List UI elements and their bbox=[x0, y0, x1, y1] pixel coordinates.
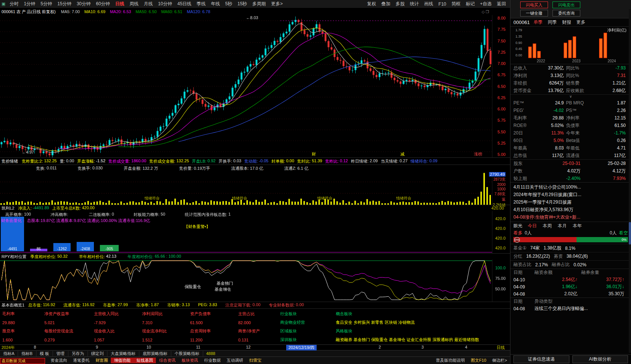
probability-chart[interactable]: 高开概率:100冲高概率:二连板概率:0封板能力概率:50统计范围内涨停板总数:… bbox=[0, 211, 492, 253]
period-menu-item[interactable]: 季线 bbox=[194, 1, 208, 7]
report-period-tab[interactable]: 单季 bbox=[533, 19, 542, 26]
toolbar-tab[interactable]: 短线基因 bbox=[133, 358, 156, 363]
fundamentals-cell: 资产负债率 bbox=[190, 311, 238, 317]
indicator-tab[interactable]: 模 板 bbox=[36, 351, 53, 356]
ratio-row: PEG'-4.02 PS™2.26 bbox=[510, 107, 631, 114]
indicator-tab[interactable]: 另存为 bbox=[68, 351, 88, 356]
period-menu-item[interactable]: 月线 bbox=[141, 1, 155, 7]
panel-title[interactable]: RPY相对位置 bbox=[2, 254, 27, 260]
holding-label: 保险重仓 bbox=[184, 284, 201, 290]
toolbar-tab[interactable]: 综合资讯 bbox=[156, 358, 178, 363]
period-menu-item[interactable]: 1分钟 bbox=[21, 1, 38, 7]
fundamentals-cell: 概念板块 bbox=[336, 311, 508, 317]
outlook-tab[interactable]: 本年 bbox=[573, 223, 582, 229]
indicator-tab[interactable]: 个股策略指标 bbox=[171, 351, 203, 356]
news-item[interactable]: 2024年年报于4月29日披露(窗口... bbox=[510, 191, 631, 198]
period-menu-item[interactable]: 日线 bbox=[113, 1, 127, 7]
chart-corner-icons[interactable]: ◇ ❐ bbox=[482, 10, 509, 14]
candlestick-canvas[interactable] bbox=[0, 15, 492, 157]
outlook-tab[interactable]: 今日 bbox=[528, 223, 537, 229]
outlook-tab[interactable]: 本周 bbox=[543, 223, 552, 229]
period-menu-item[interactable]: 15秒 bbox=[235, 1, 249, 7]
chart-tool-item[interactable]: +自选 bbox=[477, 1, 494, 7]
rpy-chart[interactable]: 保险重仓 基金独门 基金增仓 bbox=[0, 260, 492, 302]
toolbar-tab[interactable]: 增值功能 bbox=[111, 358, 133, 363]
chart-tool-item[interactable]: 返回 bbox=[494, 1, 509, 7]
stock-title: 000061 农 产 品(日线 前复权) bbox=[2, 9, 56, 15]
bear-label[interactable]: 看空 bbox=[619, 230, 628, 236]
indicator-tab[interactable]: 管理 bbox=[53, 351, 68, 356]
panel-title[interactable]: 凯利L2 bbox=[2, 205, 14, 211]
toolbar-right-item[interactable]: 图文F10 bbox=[468, 358, 489, 363]
fundamentals-cell: 现金流净利比 bbox=[142, 328, 190, 334]
period-menu-item[interactable]: 45日线 bbox=[175, 1, 194, 7]
report-period-tab[interactable]: 更多 bbox=[576, 19, 585, 26]
news-item[interactable]: 4月11日关于转让小贷公司100%... bbox=[510, 183, 631, 191]
chart-tool-item[interactable]: 多股 bbox=[393, 1, 407, 7]
price-tick: 6.00 bbox=[492, 107, 506, 111]
report-period-tab[interactable]: 财报 bbox=[562, 19, 571, 26]
chart-tool-item[interactable]: 画线 bbox=[421, 1, 436, 7]
toolbar-tab[interactable]: 财富圈 bbox=[92, 358, 111, 363]
chart-tool-item[interactable]: 复权 bbox=[364, 1, 379, 7]
chart-tool-item[interactable]: F10 bbox=[436, 2, 449, 7]
period-menu-item[interactable]: 多周期 bbox=[250, 1, 269, 7]
ratio-row: 年最高8.03 年最低4.71 bbox=[510, 144, 631, 152]
chart-tool-item[interactable]: 统计 bbox=[407, 1, 421, 7]
news-item[interactable]: 4月10日融资净买入5783.96万 bbox=[510, 206, 631, 213]
flash-sell-button[interactable]: 闪电卖出 bbox=[553, 2, 580, 8]
bear-count: 0人 bbox=[610, 230, 617, 236]
toolbar-tab[interactable]: 互动调研 bbox=[223, 358, 246, 363]
toolbar-right-item[interactable]: 侧边栏> bbox=[489, 358, 510, 363]
toolbar-right-item[interactable]: 普及版功能说明 bbox=[433, 358, 468, 363]
period-menu-item[interactable]: 周线 bbox=[127, 1, 141, 7]
period-menu-item[interactable]: 15分钟 bbox=[55, 1, 74, 7]
event-marker[interactable]: 减 bbox=[400, 151, 405, 157]
scrollbar-thumb[interactable] bbox=[629, 222, 631, 245]
cancel-all-button[interactable]: 一键全撤 bbox=[520, 10, 548, 17]
stock-info-bar: 000061 农 产 品(日线 前复权) MA5: 7.00MA10: 6.69… bbox=[0, 8, 510, 15]
toolbar-tab[interactable]: 逐笔委托 bbox=[70, 358, 92, 363]
event-marker[interactable]: 财 bbox=[312, 151, 316, 157]
rpy-canvas[interactable] bbox=[0, 260, 492, 302]
panel-title[interactable]: 竞价情绪 bbox=[2, 159, 18, 164]
probability-field: 高开概率:100 bbox=[5, 212, 31, 217]
chart-tool-item[interactable]: 叠加 bbox=[379, 1, 393, 7]
securities-info-button[interactable]: 证券信息速递 bbox=[513, 355, 569, 363]
indicator-tab[interactable]: 绑定到 bbox=[88, 351, 107, 356]
candlestick-chart[interactable]: ←8.03 ←4.97 财减涨榜 bbox=[0, 15, 492, 157]
outlook-tab[interactable]: 本月 bbox=[558, 223, 567, 229]
indicator-tab[interactable]: 指标B bbox=[18, 351, 36, 356]
bull-label[interactable]: 看多 bbox=[513, 230, 522, 236]
stock-code: 000061 bbox=[513, 20, 530, 25]
flash-buy-button[interactable]: 闪电买入 bbox=[520, 2, 548, 8]
chart-tool-item[interactable]: 标记 bbox=[463, 1, 477, 7]
ai-analysis-button[interactable]: AI数据分析 bbox=[572, 355, 628, 363]
alert-table-row[interactable]: 04-08连续三个交易日内涨幅偏... bbox=[510, 305, 631, 312]
order-query-button[interactable]: 委托查询 bbox=[553, 10, 580, 17]
toolbar-tab[interactable]: 资金流向 bbox=[47, 358, 70, 363]
report-period-tab[interactable]: 同季 bbox=[548, 19, 557, 26]
indicator-tab[interactable]: 指标A bbox=[0, 351, 18, 356]
indicator-tab[interactable]: 大盘策略指标 bbox=[107, 351, 139, 356]
collapse-chevron-icon[interactable]: ∨ bbox=[510, 95, 631, 99]
toolbar-tab[interactable]: 扫雷宝 bbox=[246, 358, 264, 363]
period-menu-item[interactable]: 10分钟 bbox=[155, 1, 175, 7]
period-menu-item[interactable]: 5分钟 bbox=[38, 1, 55, 7]
panel-title[interactable]: 基本面概览1 bbox=[2, 302, 24, 308]
period-menu-item[interactable]: 更多> bbox=[269, 1, 285, 7]
period-menu-item[interactable]: 30分钟 bbox=[74, 1, 93, 7]
toolbar-tab[interactable]: 板块资讯 bbox=[178, 358, 201, 363]
toolbar-tab[interactable]: 行业数据 bbox=[201, 358, 223, 363]
indicator-tab[interactable]: 底部策略指标 bbox=[139, 351, 171, 356]
event-marker[interactable]: 涨榜 bbox=[474, 151, 482, 157]
news-item[interactable]: 04-08涨停:生物育种+大农业+新... bbox=[510, 213, 631, 221]
period-menu-item[interactable]: 5秒 bbox=[223, 1, 235, 7]
sidebar-scrollbar[interactable] bbox=[629, 9, 631, 353]
volume-chart[interactable]: 情绪符合情绪符合情绪符合情绪符合 bbox=[0, 172, 492, 205]
news-item[interactable]: 2025年一季报于4月29日披露 bbox=[510, 198, 631, 206]
period-menu-item[interactable]: 年线 bbox=[208, 1, 223, 7]
chart-tool-item[interactable]: 简框 bbox=[449, 1, 463, 7]
period-menu-item[interactable]: 60分钟 bbox=[94, 1, 113, 7]
period-menu-item[interactable]: 分时 bbox=[7, 1, 21, 7]
